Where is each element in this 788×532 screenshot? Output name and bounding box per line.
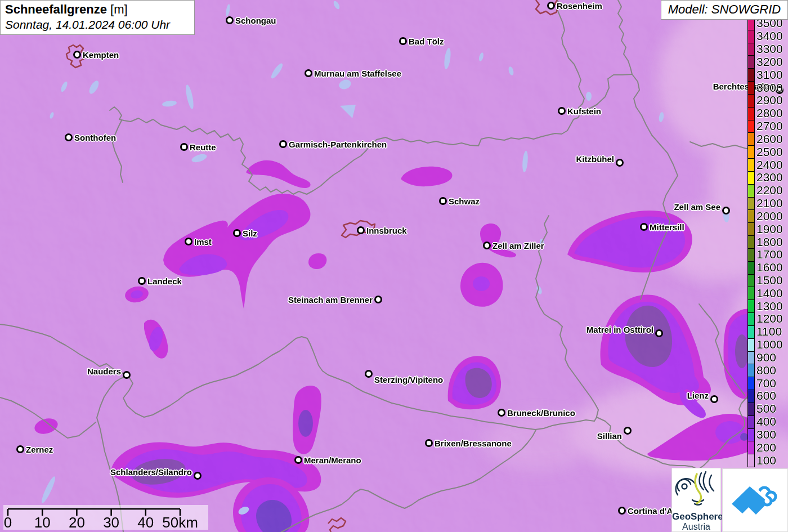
city-label: Sonthofen bbox=[74, 133, 116, 142]
city-label: Mittersill bbox=[650, 222, 684, 232]
city-marker bbox=[294, 456, 302, 464]
city-label: Sillian bbox=[597, 431, 622, 441]
city-label: Reutte bbox=[190, 142, 216, 152]
city-label: Schlanders/Silandro bbox=[110, 467, 192, 477]
city-marker bbox=[618, 507, 626, 515]
city-marker bbox=[123, 371, 131, 379]
city-marker bbox=[624, 427, 632, 435]
city-marker bbox=[194, 472, 202, 480]
city-marker bbox=[640, 223, 648, 231]
city-label: Kempten bbox=[83, 50, 119, 60]
city-label: Bad Tölz bbox=[409, 37, 444, 46]
partner-logo bbox=[722, 468, 788, 532]
snowfall-limit-map: RosenheimSchongauBad TölzKemptenMurnau a… bbox=[0, 0, 788, 532]
city-marker bbox=[558, 107, 566, 115]
city-label: Brixen/Bressanone bbox=[435, 439, 512, 448]
geosphere-country: Austria bbox=[672, 522, 720, 532]
city-label: Matrei in Osttirol bbox=[586, 325, 653, 334]
city-marker bbox=[226, 16, 234, 24]
scale-bar: 01020304050km bbox=[3, 505, 208, 530]
map-unit: [m] bbox=[110, 2, 128, 16]
scale-bar-tick-label: 30 bbox=[103, 514, 119, 531]
city-marker bbox=[138, 277, 146, 285]
city-label: Lienz bbox=[687, 391, 709, 400]
city-marker bbox=[616, 159, 624, 167]
city-marker bbox=[710, 395, 718, 403]
city-marker bbox=[357, 226, 365, 234]
city-label: Meran/Merano bbox=[304, 455, 361, 465]
city-marker bbox=[233, 229, 241, 237]
city-label: Murnau am Staffelsee bbox=[314, 69, 401, 78]
scale-bar-tick-label: 50km bbox=[162, 514, 198, 531]
city-label: Bruneck/Brunico bbox=[507, 408, 575, 418]
city-label: Kitzbühel bbox=[576, 154, 615, 164]
geosphere-logo-icon bbox=[672, 468, 720, 509]
city-marker bbox=[483, 242, 491, 249]
city-label: Zell am See bbox=[674, 202, 720, 212]
city-label: Garmisch-Partenkirchen bbox=[289, 140, 387, 149]
city-marker bbox=[305, 69, 312, 77]
city-label: Berchtesgaden bbox=[713, 82, 774, 91]
mountain-cloud-icon bbox=[723, 469, 787, 531]
city-marker bbox=[185, 238, 192, 245]
city-label: Sterzing/Vipiteno bbox=[374, 375, 443, 385]
city-marker bbox=[16, 445, 24, 453]
city-marker bbox=[722, 207, 730, 214]
city-label: Schwaz bbox=[449, 196, 480, 206]
scale-bar-tick-label: 40 bbox=[137, 514, 154, 531]
title-box: Schneefallgrenze [m] Sonntag, 14.01.2024… bbox=[0, 0, 195, 35]
city-marker bbox=[374, 296, 382, 303]
scale-bar-tick-label: 0 bbox=[4, 514, 12, 531]
city-label: Rosenheim bbox=[557, 1, 602, 11]
map-datetime: Sonntag, 14.01.2024 06:00 Uhr bbox=[5, 17, 190, 32]
city-label: Imst bbox=[194, 237, 212, 247]
city-marker bbox=[73, 51, 81, 59]
city-label: Nauders bbox=[87, 366, 121, 376]
city-marker bbox=[547, 2, 555, 10]
city-marker bbox=[65, 133, 73, 141]
city-marker bbox=[279, 140, 287, 148]
geosphere-logo: GeoSphere Austria bbox=[671, 468, 721, 532]
city-label: Innsbruck bbox=[366, 226, 407, 235]
city-label: Steinach am Brenner bbox=[288, 295, 373, 305]
city-label: Kufstein bbox=[567, 106, 601, 116]
city-marker bbox=[498, 409, 505, 417]
scale-bar-tick-label: 20 bbox=[69, 514, 85, 531]
model-box: Modell: SNOWGRID bbox=[661, 0, 788, 20]
city-label: Zell am Ziller bbox=[492, 241, 544, 251]
city-marker bbox=[365, 370, 373, 378]
map-title: Schneefallgrenze bbox=[5, 2, 107, 16]
city-marker bbox=[655, 329, 663, 337]
city-marker bbox=[776, 86, 783, 94]
city-label: Landeck bbox=[147, 276, 182, 286]
city-marker bbox=[399, 37, 407, 45]
city-layer: RosenheimSchongauBad TölzKemptenMurnau a… bbox=[0, 0, 788, 532]
map-title-line: Schneefallgrenze [m] bbox=[5, 2, 190, 17]
city-marker bbox=[439, 197, 447, 205]
city-label: Schongau bbox=[235, 16, 276, 25]
city-label: Silz bbox=[243, 229, 257, 238]
city-marker bbox=[180, 143, 188, 151]
city-label: Zernez bbox=[26, 445, 53, 454]
geosphere-name: GeoSphere bbox=[672, 512, 720, 522]
city-marker bbox=[425, 439, 433, 447]
scale-bar-tick-label: 10 bbox=[34, 514, 51, 531]
